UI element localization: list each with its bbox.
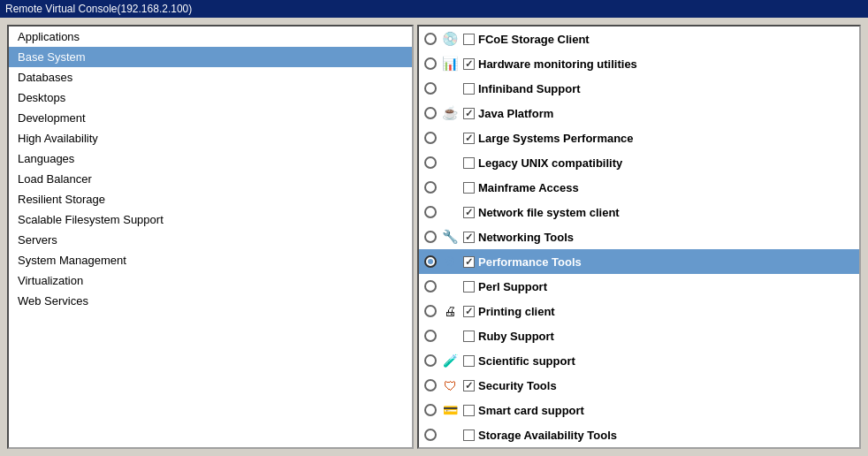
radio-perl[interactable] — [424, 280, 437, 293]
checkbox-nfs-client[interactable]: ✓ — [463, 207, 475, 218]
checkbox-large-systems[interactable]: ✓ — [463, 133, 475, 144]
feature-item-mainframe[interactable]: Mainframe Access — [419, 175, 859, 200]
feature-item-storage-avail[interactable]: Storage Availability Tools — [419, 422, 859, 447]
feature-item-networking-tools[interactable]: 🔧✓Networking Tools — [419, 224, 859, 249]
feature-label-hardware-mon: Hardware monitoring utilities — [478, 57, 637, 71]
feature-label-mainframe: Mainframe Access — [478, 181, 579, 194]
sidebar-item-development[interactable]: Development — [9, 108, 412, 128]
radio-java[interactable] — [424, 107, 437, 119]
feature-item-infiniband[interactable]: Infiniband Support — [419, 76, 859, 101]
radio-nfs-client[interactable] — [424, 206, 437, 218]
sidebar-item-databases[interactable]: Databases — [9, 67, 412, 87]
feature-list-scroll[interactable]: 💿FCoE Storage Client📊✓Hardware monitorin… — [419, 27, 859, 447]
feature-label-ruby: Ruby Support — [478, 330, 554, 343]
feature-label-large-systems: Large Systems Performance — [478, 132, 634, 145]
radio-security-tools[interactable] — [424, 379, 437, 391]
feature-label-security-tools: Security Tools — [478, 379, 557, 392]
feature-item-security-tools[interactable]: 🛡✓Security Tools — [419, 373, 859, 398]
checkbox-perl[interactable] — [463, 281, 475, 293]
sidebar-item-label: Servers — [18, 233, 57, 247]
feature-label-smart-card: Smart card support — [478, 404, 584, 417]
feature-icon-smart-card: 💳 — [440, 400, 460, 420]
checkbox-infiniband[interactable] — [463, 83, 475, 95]
sidebar-item-virtualization[interactable]: Virtualization — [9, 270, 412, 291]
feature-icon-large-systems — [440, 128, 460, 148]
feature-item-hardware-mon[interactable]: 📊✓Hardware monitoring utilities — [419, 51, 859, 76]
sidebar-item-label: Applications — [18, 30, 80, 43]
radio-performance-tools[interactable] — [424, 255, 437, 268]
feature-item-fcoe[interactable]: 💿FCoE Storage Client — [419, 27, 859, 51]
checkbox-security-tools[interactable]: ✓ — [463, 380, 475, 391]
feature-icon-performance-tools: ⚙ — [440, 252, 460, 271]
feature-item-ruby[interactable]: Ruby Support — [419, 323, 859, 348]
checkbox-smart-card[interactable] — [463, 405, 475, 416]
feature-icon-java: ☕ — [440, 103, 460, 123]
feature-icon-printing: 🖨 — [440, 301, 460, 321]
sidebar-item-system-management[interactable]: System Management — [9, 250, 412, 270]
sidebar-item-load-balancer[interactable]: Load Balancer — [9, 169, 412, 189]
radio-networking-tools[interactable] — [424, 231, 437, 243]
feature-icon-fcoe: 💿 — [440, 29, 460, 49]
feature-item-performance-tools[interactable]: ⚙✓Performance Tools — [419, 249, 859, 274]
feature-icon-ruby — [440, 326, 460, 346]
feature-item-nfs-client[interactable]: ✓Network file system client — [419, 200, 859, 224]
checkbox-scientific[interactable] — [463, 355, 475, 367]
feature-icon-security-tools: 🛡 — [440, 376, 460, 395]
radio-mainframe[interactable] — [424, 181, 437, 194]
checkbox-fcoe[interactable] — [463, 34, 475, 45]
checkbox-mainframe[interactable] — [463, 182, 475, 194]
sidebar-item-label: Desktops — [18, 91, 65, 104]
feature-item-printing[interactable]: 🖨✓Printing client — [419, 299, 859, 323]
sidebar-item-scalable-filesystem[interactable]: Scalable Filesystem Support — [9, 209, 412, 230]
radio-hardware-mon[interactable] — [424, 57, 437, 70]
sidebar-item-label: Load Balancer — [18, 172, 92, 186]
feature-item-perl[interactable]: Perl Support — [419, 274, 859, 299]
sidebar-item-servers[interactable]: Servers — [9, 230, 412, 250]
radio-smart-card[interactable] — [424, 404, 437, 416]
radio-scientific[interactable] — [424, 354, 437, 367]
sidebar-item-languages[interactable]: Languages — [9, 148, 412, 169]
feature-list-container: 💿FCoE Storage Client📊✓Hardware monitorin… — [417, 25, 861, 449]
sidebar-item-applications[interactable]: Applications — [9, 27, 412, 47]
feature-icon-storage-avail — [440, 425, 460, 445]
feature-item-scientific[interactable]: 🧪Scientific support — [419, 348, 859, 373]
radio-printing[interactable] — [424, 305, 437, 317]
radio-large-systems[interactable] — [424, 132, 437, 144]
radio-infiniband[interactable] — [424, 82, 437, 95]
feature-item-java[interactable]: ☕✓Java Platform — [419, 101, 859, 125]
feature-item-legacy-unix[interactable]: Legacy UNIX compatibility — [419, 150, 859, 175]
title-text: Remote Virtual Console(192.168.2.100) — [5, 3, 192, 15]
checkbox-networking-tools[interactable]: ✓ — [463, 232, 475, 243]
radio-storage-avail[interactable] — [424, 429, 437, 441]
checkbox-legacy-unix[interactable] — [463, 157, 475, 169]
radio-ruby[interactable] — [424, 330, 437, 342]
sidebar-item-label: Languages — [18, 152, 74, 165]
feature-item-smart-card[interactable]: 💳Smart card support — [419, 398, 859, 422]
feature-icon-scientific: 🧪 — [440, 351, 460, 370]
sidebar-item-web-services[interactable]: Web Services — [9, 291, 412, 311]
feature-icon-perl — [440, 277, 460, 296]
radio-fcoe[interactable] — [424, 33, 437, 45]
feature-label-fcoe: FCoE Storage Client — [478, 33, 590, 46]
feature-label-legacy-unix: Legacy UNIX compatibility — [478, 156, 622, 170]
sidebar-item-desktops[interactable]: Desktops — [9, 87, 412, 108]
sidebar-item-label: Virtualization — [18, 274, 83, 287]
feature-item-large-systems[interactable]: ✓Large Systems Performance — [419, 125, 859, 150]
feature-label-performance-tools: Performance Tools — [478, 255, 582, 269]
sidebar-item-label: System Management — [18, 254, 126, 267]
sidebar-item-resilient-storage[interactable]: Resilient Storage — [9, 189, 412, 209]
checkbox-storage-avail[interactable] — [463, 429, 475, 441]
feature-label-nfs-client: Network file system client — [478, 206, 620, 219]
feature-icon-hardware-mon: 📊 — [440, 54, 460, 73]
radio-legacy-unix[interactable] — [424, 156, 437, 169]
feature-label-storage-avail: Storage Availability Tools — [478, 429, 617, 442]
checkbox-java[interactable]: ✓ — [463, 108, 475, 119]
checkbox-ruby[interactable] — [463, 331, 475, 342]
sidebar-item-label: Development — [18, 111, 86, 125]
sidebar-item-high-availability[interactable]: High Availability — [9, 128, 412, 148]
sidebar-item-label: Resilient Storage — [18, 193, 105, 206]
checkbox-hardware-mon[interactable]: ✓ — [463, 58, 475, 70]
checkbox-performance-tools[interactable]: ✓ — [463, 256, 475, 268]
checkbox-printing[interactable]: ✓ — [463, 306, 475, 317]
sidebar-item-base-system[interactable]: Base System — [9, 47, 412, 67]
